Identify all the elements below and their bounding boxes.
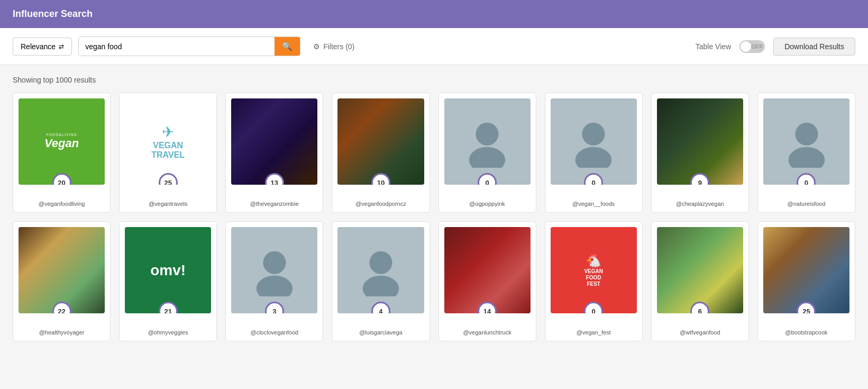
svg-point-0 <box>476 122 499 145</box>
relevance-button[interactable]: Relevance ⇄ <box>13 38 72 56</box>
toolbar: Relevance ⇄ 🔍 ⚙ Filters (0) Table View O… <box>0 28 868 65</box>
card-username: @vegan__foods <box>572 201 615 207</box>
filters-button[interactable]: ⚙ Filters (0) <box>307 38 361 55</box>
card-item[interactable]: 9 @cheaplazyvegan <box>651 93 749 213</box>
card-image: 0 <box>444 98 531 185</box>
card-item[interactable]: 🐔VEGANFOODFEST 0 @vegan_fest <box>545 221 643 341</box>
card-item[interactable]: 3 @clocloveganfood <box>225 221 323 341</box>
search-input[interactable] <box>79 37 275 56</box>
card-username: @luisgarciavega <box>359 329 403 336</box>
svg-point-3 <box>575 147 612 167</box>
card-item[interactable]: 0 @natureisfood <box>757 93 855 213</box>
card-item[interactable]: FOOD&LIVINGVegan 20 @veganfoodliving <box>13 93 111 213</box>
results-count: Showing top 1000 results <box>13 76 855 84</box>
shuffle-icon: ⇄ <box>59 43 64 50</box>
card-image: 9 <box>657 98 743 185</box>
card-item[interactable]: 6 @wtfveganfood <box>651 221 749 341</box>
card-image: 0 <box>551 98 637 185</box>
card-item[interactable]: omv! 21 @ohmyveggies <box>119 221 217 341</box>
card-item[interactable]: 14 @veganlunchtruck <box>438 221 536 341</box>
filters-label: Filters (0) <box>323 42 354 51</box>
cards-grid: FOOD&LIVINGVegan 20 @veganfoodliving ✈VE… <box>13 93 855 341</box>
header: Influencer Search <box>0 0 868 28</box>
svg-point-1 <box>469 147 506 167</box>
card-username: @ogpoppyink <box>469 201 505 207</box>
table-view-label: Table View <box>696 42 731 51</box>
card-item[interactable]: 0 @ogpoppyink <box>438 93 536 213</box>
toggle-track[interactable]: OFF <box>739 40 765 53</box>
card-item[interactable]: 25 @bootstrapcook <box>757 221 855 341</box>
relevance-label: Relevance <box>21 42 56 51</box>
card-image: FOOD&LIVINGVegan 20 <box>19 98 105 185</box>
toolbar-right: Table View OFF Download Results <box>696 38 855 56</box>
content: Showing top 1000 results FOOD&LIVINGVega… <box>0 65 868 352</box>
card-username: @veganfoodliving <box>39 201 85 207</box>
toggle-off-label: OFF <box>751 43 763 50</box>
card-item[interactable]: 10 @veganfoodporncz <box>332 93 430 213</box>
card-image: 6 <box>657 227 743 313</box>
card-image: 10 <box>337 98 424 185</box>
search-wrapper: 🔍 <box>78 37 300 56</box>
card-item[interactable]: 0 @vegan__foods <box>545 93 643 213</box>
toggle-switch[interactable]: OFF <box>739 40 765 53</box>
toggle-thumb <box>741 41 751 52</box>
card-image: 🐔VEGANFOODFEST 0 <box>551 227 637 313</box>
app-title: Influencer Search <box>13 8 93 19</box>
card-item[interactable]: 4 @luisgarciavega <box>332 221 430 341</box>
card-username: @veganlunchtruck <box>463 329 511 336</box>
svg-point-8 <box>369 251 392 274</box>
card-image: 25 <box>763 227 849 313</box>
card-image: 14 <box>444 227 531 313</box>
card-image: 0 <box>763 98 849 185</box>
svg-point-5 <box>788 147 825 167</box>
card-image: 4 <box>337 227 424 313</box>
svg-point-6 <box>263 251 286 274</box>
card-username: @clocloveganfood <box>250 329 298 336</box>
card-username: @bootstrapcook <box>785 329 827 336</box>
card-item[interactable]: 22 @healthyvoyager <box>13 221 111 341</box>
card-image: omv! 21 <box>125 227 211 313</box>
card-username: @healthyvoyager <box>39 329 85 336</box>
card-username: @vegantravels <box>149 201 188 207</box>
filter-icon: ⚙ <box>313 42 320 51</box>
search-button[interactable]: 🔍 <box>275 37 300 56</box>
card-image: 22 <box>19 227 105 313</box>
card-username: @vegan_fest <box>577 329 611 336</box>
search-icon: 🔍 <box>282 42 293 51</box>
card-username: @cheaplazyvegan <box>676 201 724 207</box>
svg-point-4 <box>795 122 818 145</box>
card-image: ✈VEGANTRAVEL 25 <box>125 98 211 185</box>
svg-point-7 <box>257 275 293 296</box>
card-username: @wtfveganfood <box>680 329 720 336</box>
card-username: @ohmyveggies <box>148 329 188 336</box>
card-item[interactable]: 13 @theveganzombie <box>225 93 323 213</box>
card-image: 13 <box>231 98 317 185</box>
svg-point-9 <box>363 275 399 296</box>
download-label: Download Results <box>784 42 844 51</box>
card-username: @veganfoodporncz <box>355 201 406 207</box>
card-image: 3 <box>231 227 317 313</box>
card-username: @natureisfood <box>788 201 826 207</box>
download-results-button[interactable]: Download Results <box>773 38 855 56</box>
svg-point-2 <box>582 122 605 145</box>
card-username: @theveganzombie <box>250 201 299 207</box>
card-item[interactable]: ✈VEGANTRAVEL 25 @vegantravels <box>119 93 217 213</box>
